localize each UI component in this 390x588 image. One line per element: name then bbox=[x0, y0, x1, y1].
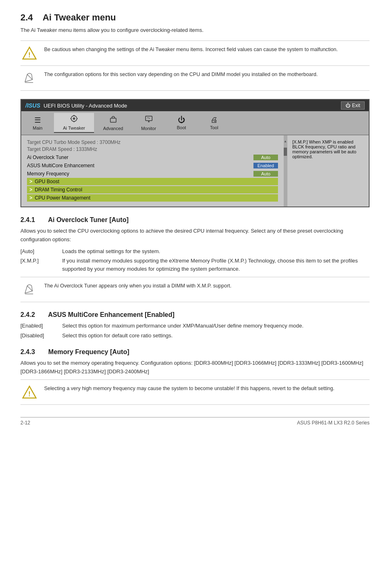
section-241-heading: 2.4.1 Ai Overclock Tuner [Auto] bbox=[20, 216, 370, 224]
dram-timing-arrow: > bbox=[29, 187, 32, 193]
title-text: Ai Tweaker menu bbox=[43, 12, 116, 22]
footer-page-number: 2-12 bbox=[20, 420, 30, 426]
bios-nav: ☰ Main Ai Tweaker bbox=[21, 111, 369, 135]
page-title: 2.4 Ai Tweaker menu bbox=[20, 12, 370, 23]
svg-line-12 bbox=[148, 117, 149, 119]
svg-point-4 bbox=[73, 117, 75, 120]
section-number: 2.4 bbox=[20, 12, 33, 22]
scrollbar-thumb bbox=[284, 148, 287, 156]
def-enabled-key: [Enabled] bbox=[20, 322, 57, 330]
section-242-title: ASUS MultiCore Enhancement [Enabled] bbox=[48, 311, 174, 318]
warning-notice: ! Be cautious when changing the settings… bbox=[20, 40, 370, 66]
bios-info-dram: Target DRAM Speed : 1333MHz bbox=[27, 146, 278, 152]
def-disabled-key: [Disabled] bbox=[20, 332, 57, 340]
multicore-label: ASUS MultiCore Enhancement bbox=[27, 163, 94, 168]
section-243-body: Allows you to set the memory operating f… bbox=[20, 359, 370, 376]
gpu-boost-arrow: > bbox=[29, 179, 32, 184]
def-xmp-val: If you install memory modules supporting… bbox=[62, 257, 370, 273]
multicore-value: Enabled bbox=[253, 163, 278, 168]
advanced-label: Advanced bbox=[103, 126, 123, 131]
memory-freq-value: Auto bbox=[253, 171, 278, 177]
nav-boot[interactable]: ⏻ Boot bbox=[165, 114, 198, 132]
footer-product: ASUS P8H61-M LX3 R2.0 Series bbox=[297, 420, 370, 426]
asus-logo: /ISUS bbox=[25, 102, 40, 109]
bios-gpu-boost[interactable]: > GPU Boost bbox=[27, 178, 278, 185]
bios-right-panel: [X.M.P.] When XMP is enabled BLCK freque… bbox=[287, 135, 369, 206]
tool-label: Tool bbox=[210, 125, 218, 130]
svg-text:!: ! bbox=[28, 390, 30, 397]
section-241-title: Ai Overclock Tuner [Auto] bbox=[48, 216, 128, 223]
cpu-power-label: CPU Power Management bbox=[35, 195, 90, 201]
bios-help-text: [X.M.P.] When XMP is enabled BLCK freque… bbox=[292, 139, 364, 159]
bios-row-multicore[interactable]: ASUS MultiCore Enhancement Enabled bbox=[27, 162, 278, 170]
boot-label: Boot bbox=[177, 125, 186, 130]
nav-ai-tweaker[interactable]: Ai Tweaker bbox=[54, 113, 94, 133]
section-243-number: 2.4.3 bbox=[20, 348, 35, 355]
section-243-warning: ! Selecting a very high memory frequency… bbox=[20, 379, 370, 405]
bios-cpu-power[interactable]: > CPU Power Management bbox=[27, 194, 278, 202]
def-auto-val: Loads the optimal settings for the syste… bbox=[62, 247, 370, 256]
section-241-note-icon bbox=[20, 282, 38, 297]
boot-icon: ⏻ bbox=[178, 116, 185, 124]
bios-dram-timing[interactable]: > DRAM Timing Control bbox=[27, 186, 278, 193]
def-xmp-key: [X.M.P.] bbox=[20, 257, 57, 273]
main-label: Main bbox=[33, 126, 43, 130]
monitor-label: Monitor bbox=[141, 126, 156, 131]
section-243-warning-text: Selecting a very high memory frequency m… bbox=[44, 385, 334, 393]
section-241-number: 2.4.1 bbox=[20, 216, 35, 223]
bios-left-panel: Target CPU Turbo Mode Speed : 3700MHz Ta… bbox=[21, 135, 284, 206]
section-242-heading: 2.4.2 ASUS MultiCore Enhancement [Enable… bbox=[20, 311, 370, 319]
note-pencil-icon bbox=[22, 71, 37, 85]
nav-tool[interactable]: 🖨 Tool bbox=[198, 114, 231, 132]
monitor-icon bbox=[145, 115, 153, 125]
warning-triangle-icon-2: ! bbox=[22, 385, 37, 399]
svg-text:!: ! bbox=[28, 51, 30, 58]
bios-screenshot: /ISUS UEFI BIOS Utility - Advanced Mode … bbox=[20, 99, 370, 207]
main-icon: ☰ bbox=[34, 116, 41, 125]
dram-timing-label: DRAM Timing Control bbox=[35, 187, 82, 193]
gpu-boost-label: GPU Boost bbox=[35, 179, 59, 184]
section-241-body: Allows you to select the CPU overclockin… bbox=[20, 227, 370, 244]
svg-rect-9 bbox=[110, 118, 116, 122]
bios-row-ai-overclock[interactable]: Ai Overclock Tuner Auto bbox=[27, 153, 278, 162]
ai-overclock-label: Ai Overclock Tuner bbox=[27, 155, 68, 160]
note-pencil-icon-2 bbox=[22, 282, 37, 297]
section-241-note: The Ai Overclock Tuner appears only when… bbox=[20, 277, 370, 302]
bios-info-cpu: Target CPU Turbo Mode Speed : 3700MHz bbox=[27, 139, 278, 145]
def-auto-key: [Auto] bbox=[20, 247, 57, 256]
bios-header-left: /ISUS UEFI BIOS Utility - Advanced Mode bbox=[25, 102, 127, 109]
warning-text: Be cautious when changing the settings o… bbox=[44, 46, 338, 54]
page-footer: 2-12 ASUS P8H61-M LX3 R2.0 Series bbox=[20, 417, 370, 426]
bios-content: Target CPU Turbo Mode Speed : 3700MHz Ta… bbox=[21, 135, 369, 206]
scroll-up-arrow[interactable]: ▲ bbox=[284, 139, 287, 143]
exit-label: Exit bbox=[352, 103, 360, 108]
ai-overclock-value: Auto bbox=[253, 155, 278, 160]
bios-row-memory-freq[interactable]: Memory Frequency Auto bbox=[27, 170, 278, 178]
ai-tweaker-label: Ai Tweaker bbox=[63, 126, 85, 130]
section-243-title: Memory Frequency [Auto] bbox=[48, 348, 129, 355]
bios-exit-button[interactable]: ⏻ Exit bbox=[341, 101, 365, 110]
tool-icon: 🖨 bbox=[211, 116, 218, 124]
warning-icon-container: ! bbox=[20, 46, 38, 61]
intro-text: The Ai Tweaker menu items allow you to c… bbox=[20, 27, 370, 33]
nav-monitor[interactable]: Monitor bbox=[132, 113, 165, 132]
section-241-note-text: The Ai Overclock Tuner appears only when… bbox=[44, 282, 231, 290]
warning-triangle-icon: ! bbox=[22, 46, 37, 61]
exit-icon: ⏻ bbox=[345, 103, 350, 108]
bios-scrollbar[interactable]: ▲ bbox=[284, 135, 287, 206]
section-241-defs: [Auto] Loads the optimal settings for th… bbox=[20, 247, 370, 273]
bios-header-title: UEFI BIOS Utility - Advanced Mode bbox=[44, 103, 127, 109]
def-disabled-val: Select this option for default core rati… bbox=[62, 332, 370, 340]
svg-line-11 bbox=[147, 117, 148, 118]
memory-freq-label: Memory Frequency bbox=[27, 171, 69, 177]
nav-advanced[interactable]: Advanced bbox=[94, 113, 132, 132]
bios-header: /ISUS UEFI BIOS Utility - Advanced Mode … bbox=[21, 100, 369, 111]
section-242-number: 2.4.2 bbox=[20, 311, 35, 318]
section-243-warning-icon: ! bbox=[20, 385, 38, 399]
note-text: The configuration options for this secti… bbox=[44, 71, 318, 79]
section-242-defs: [Enabled] Select this option for maximum… bbox=[20, 322, 370, 339]
svg-line-13 bbox=[149, 118, 150, 119]
nav-main[interactable]: ☰ Main bbox=[21, 114, 54, 132]
section-243-heading: 2.4.3 Memory Frequency [Auto] bbox=[20, 348, 370, 356]
ai-tweaker-icon bbox=[70, 114, 78, 125]
